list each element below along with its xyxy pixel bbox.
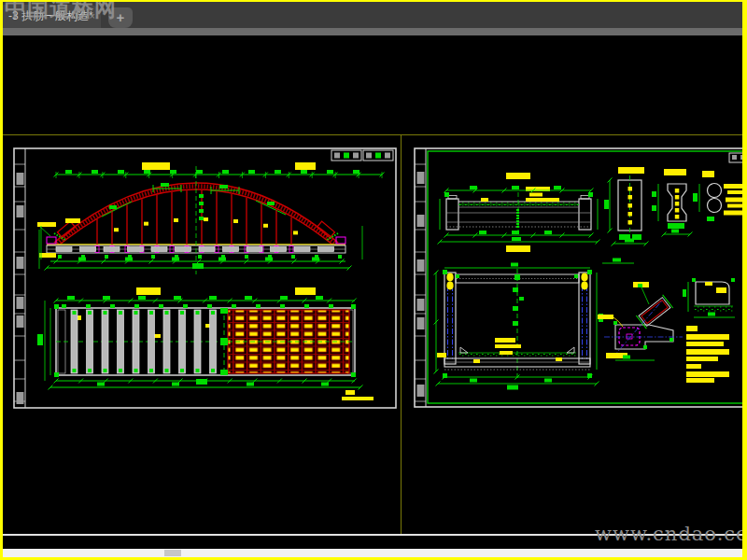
arch-foot-right [317, 221, 362, 259]
horizontal-scrollbar[interactable] [3, 549, 742, 557]
toolbar-strip [2, 28, 742, 35]
corner-plate-detail [683, 278, 735, 317]
hanger-detail [604, 167, 649, 246]
frame-border-top [0, 0, 747, 2]
title-block [729, 153, 742, 162]
portal-frame-section [434, 263, 604, 390]
plus-icon: + [117, 9, 125, 25]
i-section-detail [652, 169, 693, 237]
sheet-left-general-arrangement [13, 147, 397, 409]
deck-cross-section [438, 173, 600, 252]
title-block [331, 150, 393, 161]
watermark-top: 中国道桥网 [5, 0, 117, 23]
arch-foot-detail [598, 259, 683, 361]
viewport-divider-horizontal [0, 134, 744, 135]
frame-border-left [0, 0, 3, 560]
binding-strip [14, 164, 25, 404]
binding-strip [415, 164, 426, 401]
viewport-divider-vertical [401, 134, 402, 534]
scrollbar-thumb[interactable] [164, 550, 181, 556]
plan-view [37, 287, 374, 400]
watermark-bottom: www.cndao.com [595, 523, 747, 545]
elevation-view [37, 162, 385, 274]
frame-border-right [742, 0, 747, 560]
notes-block [686, 326, 729, 383]
cad-application-window: -3 拱肋一般构造* × + 中国道桥网 [0, 0, 747, 560]
sheet-right-details [414, 147, 742, 409]
cable-detail [693, 171, 742, 221]
